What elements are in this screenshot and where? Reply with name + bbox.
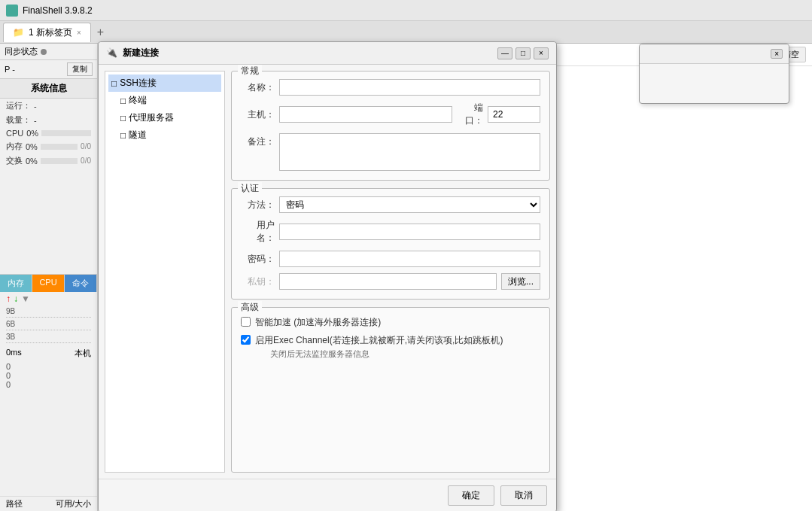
dialog-form: 常规 名称： 主机： 端口： 备注： [231,71,550,473]
smart-accel-row: 智能加速 (加速海外服务器连接) [241,315,540,329]
stat-cpu: CPU 0% [0,127,97,139]
dialog-title-icon: 🔌 [106,47,118,59]
dialog-title-text: 新建连接 [123,47,497,59]
username-row: 用户名： [241,219,540,245]
network-stats: 9B 6B 3B [0,306,97,346]
tree-item-proxy-icon: □ [120,113,126,123]
port-input[interactable] [488,106,540,123]
tree-item-ssh-label: SSH连接 [120,77,157,90]
app-title: FinalShell 3.9.8.2 [23,5,93,16]
stat-running: 运行： - [0,99,97,113]
tree-item-ssh[interactable]: □ SSH连接 [108,75,221,92]
username-input[interactable] [279,224,540,240]
p-label: P - [5,65,15,74]
sidebar-tab-cpu[interactable]: CPU [32,275,65,292]
remarks-textarea[interactable] [279,133,540,171]
host-label: 本机 [75,348,91,359]
tab-1-label: 1 新标签页 [29,26,72,39]
tree-item-tunnel[interactable]: □ 隧道 [108,126,221,144]
tree-item-proxy[interactable]: □ 代理服务器 [108,109,221,126]
tab-add-btn[interactable]: + [93,24,108,41]
stat-swap-label: 交换 [6,155,23,166]
username-label: 用户名： [241,219,275,245]
exec-channel-sublabel: 关闭后无法监控服务器信息 [270,348,503,360]
password-label: 密码： [241,253,275,266]
browse-btn[interactable]: 浏览... [501,273,540,290]
password-input[interactable] [279,251,540,267]
advanced-section: 高级 智能加速 (加速海外服务器连接) 启用Exec Channel(若连接上就… [231,307,550,473]
secondary-dialog: × [639,44,789,104]
method-row: 方法： 密码 公钥 无 [241,196,540,213]
host-row: 主机： 端口： [241,102,540,127]
tree-item-terminal[interactable]: □ 终端 [108,92,221,109]
stat-running-label: 运行： [6,100,31,111]
method-select[interactable]: 密码 公钥 无 [279,196,540,213]
name-input[interactable] [279,79,540,96]
path-size-row: 路径 可用/大小 [0,496,97,511]
tree-item-tunnel-icon: □ [120,130,126,141]
stat-load-value: - [34,116,37,125]
arrow-up-icon: ↑ [6,294,11,304]
exec-channel-text: 启用Exec Channel(若连接上就被断开,请关闭该项,比如跳板机) 关闭后… [255,333,503,360]
sidebar-tabs: 内存 CPU 命令 [0,274,97,292]
stat-cpu-value: 0% [26,129,38,138]
confirm-btn[interactable]: 确定 [448,485,494,506]
sync-status-dot [41,49,47,55]
path-label: 路径 [6,498,23,509]
tree-item-ssh-icon: □ [111,78,117,89]
tree-item-proxy-label: 代理服务器 [129,111,174,124]
net-stat-2: 6B [6,320,91,332]
auth-section-title: 认证 [238,182,262,195]
stat-mem-label: 内存 [6,141,23,152]
tab-close-btn[interactable]: × [77,29,81,37]
cancel-btn[interactable]: 取消 [500,485,547,506]
host-input[interactable] [279,106,452,123]
tree-item-terminal-icon: □ [120,96,126,106]
app-icon [6,5,18,17]
latency-row: 0ms 本机 [0,346,97,360]
general-section-title: 常规 [238,65,262,78]
stat-swap-size: 0/0 [81,157,91,165]
smart-accel-label: 智能加速 (加速海外服务器连接) [255,315,381,329]
remarks-row: 备注： [241,133,540,171]
dialog2-title-bar: × [640,44,789,64]
privatekey-row: 私钥： 浏览... [241,273,540,290]
stat-load: 载量： - [0,113,97,127]
tab-folder-icon: 📁 [13,27,24,38]
exec-channel-checkbox[interactable] [241,335,251,345]
privatekey-label: 私钥： [241,275,275,288]
stat-mem-value: 0% [26,142,38,151]
latency-value: 0ms [6,348,22,359]
password-row: 密码： [241,251,540,267]
sidebar-tab-mem[interactable]: 内存 [0,275,32,292]
sidebar: 同步状态 P - 复制 系统信息 运行： - 载量： - CPU 0% [0,44,98,511]
dialog-close-btn[interactable]: × [534,47,549,59]
dialog-minimize-btn[interactable]: — [497,47,512,59]
sidebar-tab-cmd[interactable]: 命令 [65,275,97,292]
exec-channel-label: 启用Exec Channel(若连接上就被断开,请关闭该项,比如跳板机) [255,335,503,345]
dialog2-close-btn[interactable]: × [771,49,783,59]
stat-cpu-bar [41,130,91,136]
dialog-title-bar: 🔌 新建连接 — □ × [99,42,556,65]
advanced-section-title: 高级 [238,301,262,314]
stat-mem-size: 0/0 [81,142,91,151]
tab-1[interactable]: 📁 1 新标签页 × [3,23,91,42]
stat-running-value: - [34,102,37,111]
size-label: 可用/大小 [56,498,91,509]
name-row: 名称： [241,79,540,96]
stat-swap-bar [41,158,78,164]
smart-accel-checkbox[interactable] [241,317,251,327]
privatekey-input[interactable] [279,273,497,290]
stat-mem-bar [41,144,78,150]
new-conn-dialog: 🔌 新建连接 — □ × □ SSH连接 □ 终端 □ 代理服务器 □ [98,41,557,511]
dialog-maximize-btn[interactable]: □ [515,47,531,59]
copy-btn[interactable]: 复制 [67,62,93,76]
counters: 000 [0,360,97,391]
sync-label: 同步状态 [5,46,38,57]
dialog-tree: □ SSH连接 □ 终端 □ 代理服务器 □ 隧道 [105,71,225,473]
general-section: 常规 名称： 主机： 端口： 备注： [231,71,550,181]
arrow-down-icon: ↓ [14,294,18,304]
name-label: 名称： [241,81,275,94]
stat-load-label: 载量： [6,114,31,126]
stat-swap: 交换 0% 0/0 [0,154,97,168]
